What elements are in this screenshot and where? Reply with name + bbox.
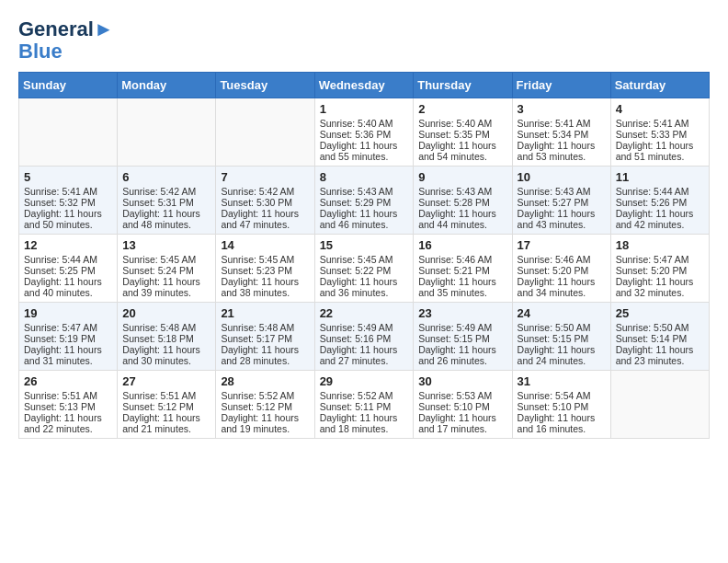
logo-blue: Blue	[18, 40, 114, 63]
day-info-line: Sunset: 5:12 PM	[221, 401, 309, 412]
day-number: 29	[320, 374, 409, 388]
calendar-cell: 1Sunrise: 5:40 AMSunset: 5:36 PMDaylight…	[314, 98, 414, 167]
calendar-cell: 25Sunrise: 5:50 AMSunset: 5:14 PMDayligh…	[610, 303, 709, 371]
day-info-line: Sunrise: 5:47 AM	[616, 254, 704, 265]
day-info-line: and 54 minutes.	[418, 151, 506, 162]
day-info-line: Sunset: 5:17 PM	[221, 333, 309, 344]
day-info-line: and 35 minutes.	[418, 287, 506, 298]
calendar-table: SundayMondayTuesdayWednesdayThursdayFrid…	[18, 72, 710, 439]
day-number: 4	[616, 102, 704, 116]
calendar-cell: 2Sunrise: 5:40 AMSunset: 5:35 PMDaylight…	[414, 98, 512, 167]
day-info-line: Sunrise: 5:46 AM	[518, 254, 606, 265]
day-info-line: Daylight: 11 hours	[24, 208, 112, 219]
day-info-line: Sunset: 5:10 PM	[418, 401, 506, 412]
day-info-line: and 30 minutes.	[122, 355, 210, 366]
day-info-line: Daylight: 11 hours	[518, 140, 606, 151]
calendar-week-row: 5Sunrise: 5:41 AMSunset: 5:32 PMDaylight…	[19, 167, 710, 235]
weekday-header: Wednesday	[314, 73, 414, 98]
calendar-cell	[216, 98, 314, 167]
logo: General► Blue	[18, 18, 114, 63]
calendar-cell: 9Sunrise: 5:43 AMSunset: 5:28 PMDaylight…	[414, 167, 512, 235]
day-info-line: Sunset: 5:15 PM	[518, 333, 606, 344]
day-number: 1	[320, 102, 409, 116]
weekday-header: Saturday	[610, 73, 709, 98]
day-info-line: and 34 minutes.	[518, 287, 606, 298]
day-info-line: Daylight: 11 hours	[616, 276, 704, 287]
day-info-line: and 47 minutes.	[221, 219, 309, 230]
calendar-cell	[610, 371, 709, 439]
day-info-line: Sunset: 5:10 PM	[518, 401, 606, 412]
calendar-cell: 14Sunrise: 5:45 AMSunset: 5:23 PMDayligh…	[216, 235, 314, 303]
day-number: 31	[518, 374, 606, 388]
day-info-line: Daylight: 11 hours	[418, 344, 506, 355]
day-info-line: and 26 minutes.	[418, 355, 506, 366]
calendar-cell	[118, 98, 216, 167]
day-number: 15	[320, 238, 409, 252]
day-info-line: Daylight: 11 hours	[616, 140, 704, 151]
day-info-line: and 16 minutes.	[518, 423, 606, 434]
day-info-line: Sunrise: 5:44 AM	[616, 186, 704, 197]
day-info-line: Sunrise: 5:54 AM	[518, 390, 606, 401]
day-info-line: Daylight: 11 hours	[122, 276, 210, 287]
calendar-cell: 26Sunrise: 5:51 AMSunset: 5:13 PMDayligh…	[19, 371, 118, 439]
day-info-line: and 43 minutes.	[518, 219, 606, 230]
day-info-line: Daylight: 11 hours	[24, 344, 112, 355]
day-info-line: Sunset: 5:36 PM	[320, 129, 409, 140]
calendar-week-row: 26Sunrise: 5:51 AMSunset: 5:13 PMDayligh…	[19, 371, 710, 439]
day-info-line: Sunset: 5:19 PM	[24, 333, 112, 344]
day-number: 12	[24, 238, 112, 252]
day-info-line: Sunrise: 5:40 AM	[418, 118, 506, 129]
day-info-line: and 31 minutes.	[24, 355, 112, 366]
weekday-header: Sunday	[19, 73, 118, 98]
calendar-cell: 22Sunrise: 5:49 AMSunset: 5:16 PMDayligh…	[314, 303, 414, 371]
calendar-cell: 31Sunrise: 5:54 AMSunset: 5:10 PMDayligh…	[512, 371, 610, 439]
day-info-line: Daylight: 11 hours	[122, 412, 210, 423]
calendar-cell: 24Sunrise: 5:50 AMSunset: 5:15 PMDayligh…	[512, 303, 610, 371]
day-info-line: Sunset: 5:18 PM	[122, 333, 210, 344]
day-info-line: and 50 minutes.	[24, 219, 112, 230]
day-number: 10	[518, 170, 606, 184]
day-info-line: Sunset: 5:13 PM	[24, 401, 112, 412]
page-header: General► Blue	[18, 18, 710, 63]
day-info-line: and 40 minutes.	[24, 287, 112, 298]
day-info-line: Sunset: 5:16 PM	[320, 333, 409, 344]
day-info-line: Sunset: 5:30 PM	[221, 197, 309, 208]
day-number: 5	[24, 170, 112, 184]
calendar-cell: 4Sunrise: 5:41 AMSunset: 5:33 PMDaylight…	[610, 98, 709, 167]
day-info-line: and 28 minutes.	[221, 355, 309, 366]
day-info-line: Sunrise: 5:45 AM	[320, 254, 409, 265]
day-info-line: Sunset: 5:12 PM	[122, 401, 210, 412]
day-info-line: Sunrise: 5:48 AM	[221, 322, 309, 333]
day-info-line: Sunset: 5:34 PM	[518, 129, 606, 140]
calendar-cell	[19, 98, 118, 167]
day-info-line: Sunset: 5:26 PM	[616, 197, 704, 208]
day-info-line: Sunrise: 5:51 AM	[122, 390, 210, 401]
day-info-line: and 53 minutes.	[518, 151, 606, 162]
day-info-line: Sunset: 5:22 PM	[320, 265, 409, 276]
day-info-line: Sunset: 5:15 PM	[418, 333, 506, 344]
day-info-line: Daylight: 11 hours	[221, 208, 309, 219]
calendar-cell: 19Sunrise: 5:47 AMSunset: 5:19 PMDayligh…	[19, 303, 118, 371]
day-info-line: Sunrise: 5:49 AM	[320, 322, 409, 333]
calendar-cell: 15Sunrise: 5:45 AMSunset: 5:22 PMDayligh…	[314, 235, 414, 303]
day-info-line: Sunrise: 5:51 AM	[24, 390, 112, 401]
weekday-header: Tuesday	[216, 73, 314, 98]
day-info-line: Sunrise: 5:44 AM	[24, 254, 112, 265]
day-info-line: Daylight: 11 hours	[616, 344, 704, 355]
calendar-cell: 23Sunrise: 5:49 AMSunset: 5:15 PMDayligh…	[414, 303, 512, 371]
calendar-week-row: 12Sunrise: 5:44 AMSunset: 5:25 PMDayligh…	[19, 235, 710, 303]
day-info-line: and 18 minutes.	[320, 423, 409, 434]
calendar-cell: 13Sunrise: 5:45 AMSunset: 5:24 PMDayligh…	[118, 235, 216, 303]
calendar-cell: 18Sunrise: 5:47 AMSunset: 5:20 PMDayligh…	[610, 235, 709, 303]
day-info-line: and 17 minutes.	[418, 423, 506, 434]
day-info-line: Sunset: 5:33 PM	[616, 129, 704, 140]
day-info-line: Daylight: 11 hours	[320, 344, 409, 355]
calendar-cell: 27Sunrise: 5:51 AMSunset: 5:12 PMDayligh…	[118, 371, 216, 439]
day-info-line: Sunrise: 5:48 AM	[122, 322, 210, 333]
day-number: 18	[616, 238, 704, 252]
weekday-header: Friday	[512, 73, 610, 98]
day-info-line: Sunrise: 5:52 AM	[221, 390, 309, 401]
day-info-line: Daylight: 11 hours	[320, 140, 409, 151]
calendar-cell: 21Sunrise: 5:48 AMSunset: 5:17 PMDayligh…	[216, 303, 314, 371]
calendar-body: 1Sunrise: 5:40 AMSunset: 5:36 PMDaylight…	[19, 98, 710, 439]
